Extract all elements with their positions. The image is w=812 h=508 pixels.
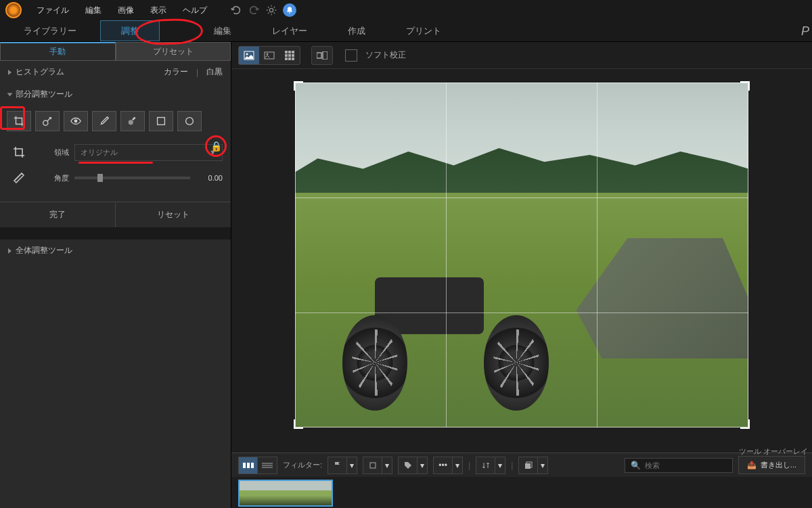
histogram-color-tab[interactable]: カラー [164,66,188,78]
right-panel: ソフト校正 [231,42,812,508]
menu-view[interactable]: 表示 [143,2,173,19]
tab-create[interactable]: 作成 [328,20,386,41]
reset-button[interactable]: リセット [116,202,231,227]
histogram-bw-tab[interactable]: 白黒 [206,66,223,78]
redo-icon[interactable] [248,4,260,16]
stack-button[interactable] [519,457,538,474]
subtab-manual[interactable]: 手動 [0,42,116,61]
left-panel: 手動 プリセット ヒストグラム カラー|白黒 部分調整ツール 領域 [0,42,231,508]
tab-layer[interactable]: レイヤー [252,20,328,41]
clone-tool-button[interactable] [120,111,145,131]
svg-point-9 [267,53,268,55]
global-tools-header[interactable]: 全体調整ツール [0,239,231,262]
svg-rect-4 [158,118,165,125]
filter-more-dropdown[interactable]: ▾ [453,457,462,474]
bottom-toolbar: フィルター: ▾ ▾ ▾ •••▾ | ▾ | ▾ 🔍 ✕ 📤 書き出し... [231,453,812,477]
thumb-size-2-button[interactable] [258,457,277,474]
expand-icon [7,93,13,96]
done-button[interactable]: 完了 [0,202,116,227]
view-grid-button[interactable] [279,47,300,64]
svg-point-3 [129,120,133,124]
svg-rect-13 [285,54,288,57]
settings-icon[interactable] [265,4,277,16]
annotation-circle-lock: 🔒 [205,135,227,157]
main-tab-bar: ライブラリー 調整 編集 レイヤー 作成 プリント [0,20,812,42]
svg-rect-22 [247,463,250,468]
search-box[interactable]: 🔍 ✕ [625,458,733,473]
svg-rect-19 [317,53,321,58]
menu-file[interactable]: ファイル [30,2,76,19]
svg-rect-21 [243,463,246,468]
sort-dropdown[interactable]: ▾ [495,457,505,474]
menu-edit[interactable]: 編集 [78,2,108,19]
radial-tool-button[interactable] [177,111,202,131]
app-logo-icon [5,2,22,18]
menu-image[interactable]: 画像 [111,2,141,19]
thumbnail-item[interactable] [238,480,333,507]
lock-icon[interactable]: 🔒 [210,141,222,152]
view-compare-button[interactable] [259,47,279,64]
annotation-box [0,106,25,130]
crop-icon [8,143,30,161]
histogram-header[interactable]: ヒストグラム カラー|白黒 [0,61,231,83]
menu-help[interactable]: ヘルプ [176,2,214,19]
svg-rect-11 [288,51,291,53]
svg-point-5 [186,118,194,125]
search-input[interactable] [645,461,738,469]
local-tools-title: 部分調整ツール [16,89,72,100]
brush-tool-button[interactable] [92,111,116,131]
photo-preview [295,83,748,428]
notification-icon[interactable] [283,3,296,17]
filter-flag-button[interactable] [328,457,347,474]
canvas-area[interactable] [231,69,812,453]
undo-icon[interactable] [230,4,242,16]
stack-dropdown[interactable]: ▾ [538,457,547,474]
svg-rect-17 [288,57,291,60]
area-value: オリジナル [81,147,118,158]
tab-print[interactable]: プリント [386,20,461,41]
histogram-title: ヒストグラム [16,66,64,78]
search-icon: 🔍 [631,461,641,470]
softproof-label: ソフト校正 [365,49,406,61]
filter-more-button[interactable]: ••• [434,457,453,474]
view-toolbar: ソフト校正 [231,42,812,69]
svg-point-0 [269,8,273,11]
view-split-button[interactable] [312,47,332,64]
tab-library[interactable]: ライブラリー [0,20,100,41]
svg-rect-14 [288,54,291,57]
area-label: 領域 [35,147,69,158]
tool-row [0,106,231,137]
filter-tag-button[interactable] [399,457,418,474]
svg-point-1 [43,120,48,125]
filter-label-dropdown[interactable]: ▾ [382,457,392,474]
gradient-tool-button[interactable] [149,111,173,131]
angle-slider[interactable] [74,177,190,179]
view-single-button[interactable] [239,47,259,64]
p-label: P [801,24,809,39]
global-tools-title: 全体調整ツール [16,245,72,256]
softproof-checkbox[interactable] [345,49,357,62]
local-tools-header[interactable]: 部分調整ツール [0,83,231,106]
spot-tool-button[interactable] [35,111,60,131]
redeye-tool-button[interactable] [64,111,88,131]
filter-tag-dropdown[interactable]: ▾ [418,457,427,474]
svg-rect-12 [292,51,294,53]
angle-label: 角度 [35,173,69,183]
filter-label-button[interactable] [363,457,382,474]
overlay-label: ツール オーバーレイ [739,446,808,457]
sort-button[interactable] [476,457,495,474]
image-frame[interactable] [295,83,748,428]
svg-rect-8 [265,52,274,59]
filter-flag-dropdown[interactable]: ▾ [347,457,357,474]
svg-rect-20 [323,51,328,60]
thumbnail-strip [231,477,812,508]
export-button[interactable]: 📤 書き出し... [738,456,805,474]
svg-point-2 [74,120,77,122]
expand-icon [8,70,12,75]
svg-rect-18 [292,57,294,60]
svg-rect-28 [525,463,531,469]
annotation-underline [78,162,153,164]
thumb-size-1-button[interactable] [239,457,258,474]
area-dropdown[interactable]: オリジナル ▼ [74,144,223,161]
subtab-preset[interactable]: プリセット [116,42,231,61]
